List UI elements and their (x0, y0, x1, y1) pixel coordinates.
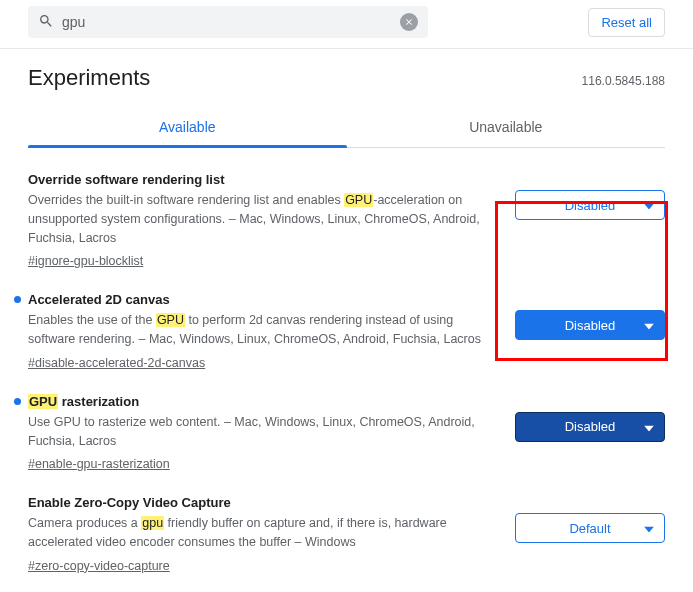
page-title: Experiments (28, 65, 150, 91)
chevron-down-icon (644, 521, 654, 536)
header-row: Experiments 116.0.5845.188 (28, 65, 665, 91)
reset-all-button[interactable]: Reset all (588, 8, 665, 37)
flag-body: Accelerated 2D canvasEnables the use of … (28, 292, 503, 370)
flag-title: Override software rendering list (28, 172, 499, 187)
chevron-down-icon (644, 419, 654, 434)
chevron-down-icon (644, 198, 654, 213)
flag-select-value: Default (569, 521, 610, 536)
chevron-down-icon (644, 318, 654, 333)
search-box[interactable] (28, 6, 428, 38)
flag-select-value: Disabled (565, 318, 616, 333)
flag-description: Overrides the built-in software renderin… (28, 191, 499, 247)
flag-description: Use GPU to rasterize web content. – Mac,… (28, 413, 499, 451)
flag-select[interactable]: Disabled (515, 190, 665, 220)
content: Experiments 116.0.5845.188 Available Una… (0, 49, 693, 592)
top-bar: Reset all (0, 0, 693, 49)
clear-search-icon[interactable] (400, 13, 418, 31)
flag-control: Disabled (515, 394, 665, 442)
flag-body: Override software rendering listOverride… (28, 172, 503, 268)
flag-body: GPU rasterizationUse GPU to rasterize we… (28, 394, 503, 472)
flag-row: Accelerated 2D canvasEnables the use of … (28, 282, 665, 384)
tab-unavailable[interactable]: Unavailable (347, 109, 666, 147)
flag-description: Camera produces a gpu friendly buffer on… (28, 514, 499, 552)
flag-permalink[interactable]: #ignore-gpu-blocklist (28, 254, 143, 268)
flag-permalink[interactable]: #zero-copy-video-capture (28, 559, 170, 573)
flag-select-value: Disabled (565, 419, 616, 434)
flag-control: Disabled (515, 292, 665, 340)
flag-select[interactable]: Disabled (515, 412, 665, 442)
flag-row: GPU rasterizationUse GPU to rasterize we… (28, 384, 665, 486)
flag-title: Accelerated 2D canvas (28, 292, 499, 307)
highlight: GPU (28, 394, 58, 409)
flag-control: Disabled (515, 172, 665, 220)
flag-permalink[interactable]: #disable-accelerated-2d-canvas (28, 356, 205, 370)
tab-available[interactable]: Available (28, 109, 347, 147)
tabs: Available Unavailable (28, 109, 665, 148)
flag-row: Zero-copy rasterizerRaster threads write… (28, 587, 665, 592)
flag-select[interactable]: Disabled (515, 310, 665, 340)
flag-body: Enable Zero-Copy Video CaptureCamera pro… (28, 495, 503, 573)
flag-select-value: Disabled (565, 198, 616, 213)
version-text: 116.0.5845.188 (582, 74, 665, 88)
highlight: gpu (141, 516, 164, 530)
modified-dot-icon (14, 398, 21, 405)
search-input[interactable] (54, 12, 400, 32)
highlight: GPU (344, 193, 373, 207)
flags-list: Override software rendering listOverride… (28, 162, 665, 592)
flag-description: Enables the use of the GPU to perform 2d… (28, 311, 499, 349)
highlight: GPU (156, 313, 185, 327)
flag-title: Enable Zero-Copy Video Capture (28, 495, 499, 510)
flag-select[interactable]: Default (515, 513, 665, 543)
flag-permalink[interactable]: #enable-gpu-rasterization (28, 457, 170, 471)
search-icon (38, 13, 54, 32)
flag-title: GPU rasterization (28, 394, 499, 409)
modified-dot-icon (14, 296, 21, 303)
flag-row: Override software rendering listOverride… (28, 162, 665, 282)
flag-control: Default (515, 495, 665, 543)
flag-row: Enable Zero-Copy Video CaptureCamera pro… (28, 485, 665, 587)
